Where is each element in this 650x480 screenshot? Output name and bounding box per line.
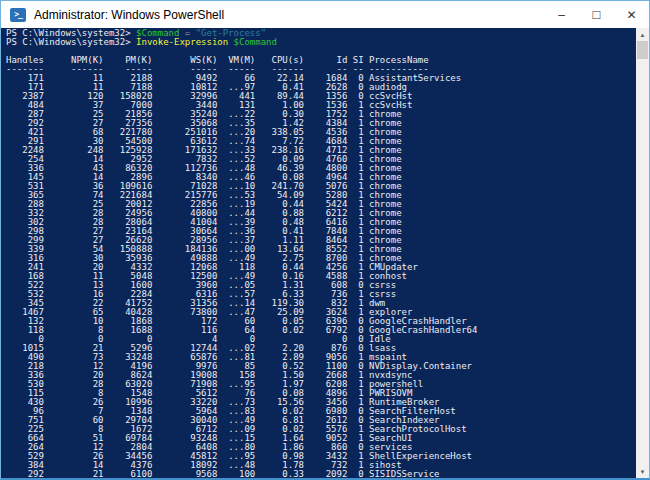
scroll-up-icon[interactable]: ▲ bbox=[636, 28, 649, 41]
scrollbar-track[interactable]: ▲ ▼ bbox=[636, 28, 649, 478]
console-area[interactable]: PS C:\Windows\system32> $Command = "Get-… bbox=[1, 28, 649, 478]
scroll-down-icon[interactable]: ▼ bbox=[636, 465, 649, 478]
powershell-window: >_ Administrator: Windows PowerShell – □… bbox=[0, 0, 650, 480]
maximize-button[interactable]: □ bbox=[579, 1, 614, 28]
title-bar[interactable]: >_ Administrator: Windows PowerShell – □… bbox=[1, 1, 649, 28]
terminal-text: PS C:\Windows\system32> $Command = "Get-… bbox=[1, 28, 636, 478]
window-title: Administrator: Windows PowerShell bbox=[34, 8, 544, 22]
terminal-line: 292 21 6100 9568 100 0.33 2092 0 SISIDSS… bbox=[6, 470, 636, 478]
powershell-icon: >_ bbox=[10, 8, 26, 22]
scroll-thumb[interactable] bbox=[637, 41, 648, 59]
close-button[interactable]: ✕ bbox=[614, 1, 649, 28]
terminal-line: PS C:\Windows\system32> Invoke-Expressio… bbox=[6, 38, 636, 47]
minimize-button[interactable]: – bbox=[544, 1, 579, 28]
